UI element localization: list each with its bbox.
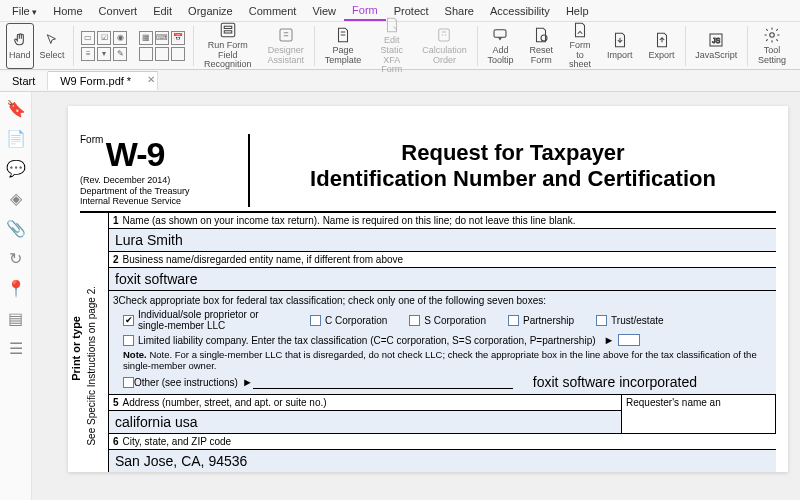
other-text-field[interactable]: foxit software incorporated (533, 374, 697, 390)
checkbox-llc-label: Limited liability company. Enter the tax… (138, 335, 596, 346)
separator (685, 26, 686, 66)
fields-icon[interactable]: ▤ (8, 310, 24, 326)
hand-icon (11, 31, 29, 49)
menu-share[interactable]: Share (437, 2, 482, 20)
cursor-icon (43, 31, 61, 49)
svg-rect-3 (280, 29, 292, 41)
menu-file[interactable]: File (4, 2, 45, 20)
pdf-page: Print or type See Specific Instructions … (68, 106, 788, 472)
left-sidebar: 🔖 📄 💬 ◈ 📎 ↻ 📍 ▤ ☰ (0, 92, 32, 500)
llc-note-text: Note. For a single-member LLC that is di… (123, 349, 757, 371)
menu-form[interactable]: Form (344, 1, 386, 21)
import-icon (611, 31, 629, 49)
form-title-2: Identification Number and Certification (260, 166, 766, 192)
edit-static-button[interactable]: Edit Static XFA Form (369, 23, 414, 69)
checkbox-s-corp[interactable] (409, 315, 420, 326)
form-title: Request for Taxpayer Identification Numb… (250, 134, 776, 207)
line-1-label: 1Name (as shown on your income tax retur… (108, 213, 776, 229)
tooltip-label: Add Tooltip (487, 46, 513, 66)
name-field[interactable]: Lura Smith (108, 229, 776, 252)
form-to-sheet-button[interactable]: Form to sheet (561, 23, 599, 69)
business-name-field[interactable]: foxit software (108, 268, 776, 291)
reset-form-button[interactable]: Reset Form (521, 23, 561, 69)
menu-comment[interactable]: Comment (241, 2, 305, 20)
sheet-label: Form to sheet (569, 41, 591, 71)
recognition-label: Run Form Field Recognition (204, 41, 252, 71)
edit-static-label: Edit Static XFA Form (377, 36, 406, 76)
menu-accessibility[interactable]: Accessibility (482, 2, 558, 20)
line-2-text: Business name/disregarded entity name, i… (123, 254, 404, 265)
form-irs: Internal Revenue Service (80, 196, 242, 207)
calc-icon (435, 26, 453, 44)
vertical-instructions-label: See Specific Instructions on page 2. (86, 286, 97, 446)
menu-edit[interactable]: Edit (145, 2, 180, 20)
checkbox-trust[interactable] (596, 315, 607, 326)
import-button[interactable]: Import (599, 23, 641, 69)
menu-organize[interactable]: Organize (180, 2, 241, 20)
checkbox-other[interactable] (123, 377, 134, 388)
close-icon[interactable]: ✕ (147, 74, 155, 85)
tab-document[interactable]: W9 Form.pdf *✕ (48, 71, 158, 90)
calc-order-button[interactable]: Calculation Order (414, 23, 475, 69)
llc-classification-field[interactable] (618, 334, 640, 346)
svg-rect-1 (224, 26, 232, 28)
checkbox-other-label: Other (see instructions) (134, 377, 238, 388)
tool-setting-label: Tool Setting (758, 46, 786, 66)
vertical-print-label: Print or type (70, 316, 82, 381)
line-5-label: 5Address (number, street, and apt. or su… (109, 395, 621, 411)
reset-label: Reset Form (529, 46, 553, 66)
designer-assistant-button[interactable]: Designer Assistant (260, 23, 313, 69)
pin-icon[interactable]: 📍 (8, 280, 24, 296)
arrow-icon: ► (242, 376, 253, 388)
add-tooltip-button[interactable]: Add Tooltip (479, 23, 521, 69)
comment-icon[interactable]: 💬 (8, 160, 24, 176)
city-state-zip-field[interactable]: San Jose, CA, 94536 (108, 450, 776, 472)
bookmark-icon[interactable]: 🔖 (8, 100, 24, 116)
export-icon (653, 31, 671, 49)
workspace: 🔖 📄 💬 ◈ 📎 ↻ 📍 ▤ ☰ Print or type See Spec… (0, 92, 800, 500)
form-body: 1Name (as shown on your income tax retur… (108, 213, 776, 472)
svg-point-9 (770, 32, 775, 37)
menu-help[interactable]: Help (558, 2, 597, 20)
checkbox-individual-label: Individual/sole proprietor or single-mem… (138, 309, 288, 331)
javascript-button[interactable]: JS JavaScript (687, 23, 745, 69)
tool-setting-button[interactable]: Tool Setting (750, 23, 794, 69)
document-area[interactable]: Print or type See Specific Instructions … (32, 92, 800, 500)
export-button[interactable]: Export (641, 23, 683, 69)
separator (193, 26, 194, 66)
sheet-icon (571, 21, 589, 39)
line-2-label: 2Business name/disregarded entity name, … (108, 252, 776, 268)
page-template-button[interactable]: Page Template (317, 23, 370, 69)
select-tool-button[interactable]: Select (34, 23, 71, 69)
run-recognition-button[interactable]: Run Form Field Recognition (196, 23, 260, 69)
designer-label: Designer Assistant (268, 46, 305, 66)
checkbox-partnership[interactable] (508, 315, 519, 326)
tab-start[interactable]: Start (0, 72, 48, 90)
hand-tool-button[interactable]: Hand (6, 23, 34, 69)
menu-home[interactable]: Home (45, 2, 90, 20)
form-dept: Department of the Treasury (80, 186, 242, 197)
checkbox-s-corp-label: S Corporation (424, 315, 486, 326)
arrow-icon: ► (604, 334, 615, 346)
calc-label: Calculation Order (422, 46, 467, 66)
form-fields-grid[interactable]: ▭☑◉≡▾✎ (75, 23, 133, 69)
checkbox-llc[interactable] (123, 335, 134, 346)
form-revision: (Rev. December 2014) (80, 175, 242, 186)
form-fields-grid-2[interactable]: ▦⌨📅 (133, 23, 191, 69)
tooltip-icon (491, 26, 509, 44)
pages-icon[interactable]: 📄 (8, 130, 24, 146)
checkbox-individual[interactable]: ✔ (123, 315, 134, 326)
page-template-icon (334, 26, 352, 44)
menu-convert[interactable]: Convert (91, 2, 146, 20)
signature-icon[interactable]: ☰ (8, 340, 24, 356)
checkbox-c-corp[interactable] (310, 315, 321, 326)
javascript-label: JavaScript (695, 51, 737, 61)
attachment-icon[interactable]: 📎 (8, 220, 24, 236)
layers-icon[interactable]: ◈ (8, 190, 24, 206)
reset-icon (532, 26, 550, 44)
checkbox-partnership-label: Partnership (523, 315, 574, 326)
separator (73, 26, 74, 66)
sync-icon[interactable]: ↻ (8, 250, 24, 266)
address-field[interactable]: california usa (109, 411, 621, 433)
menu-view[interactable]: View (304, 2, 344, 20)
